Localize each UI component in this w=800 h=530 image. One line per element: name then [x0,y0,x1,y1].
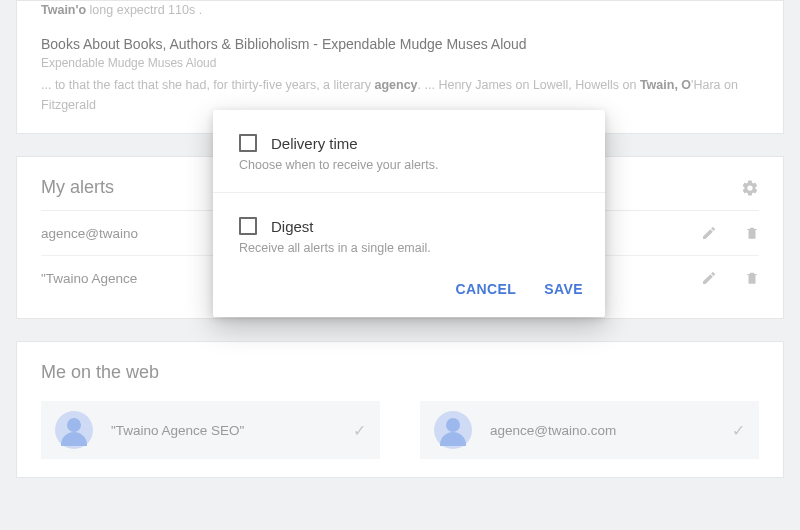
cancel-button[interactable]: CANCEL [456,281,517,297]
avatar-icon [55,411,93,449]
check-icon: ✓ [353,421,366,440]
me-on-web-card: Me on the web "Twaino Agence SEO" ✓ agen… [16,341,784,478]
web-item[interactable]: agence@twaino.com ✓ [420,401,759,459]
pencil-icon[interactable] [701,225,717,241]
delivery-time-desc: Choose when to receive your alerts. [239,158,579,172]
gear-icon[interactable] [741,179,759,197]
web-item-label: agence@twaino.com [490,423,732,438]
trash-icon[interactable] [745,270,759,286]
delivery-time-checkbox[interactable] [239,134,257,152]
save-button[interactable]: SAVE [544,281,583,297]
result-source: Expendable Mudge Muses Aloud [41,56,759,70]
trash-icon[interactable] [745,225,759,241]
digest-desc: Receive all alerts in a single email. [239,241,579,255]
check-icon: ✓ [732,421,745,440]
me-on-web-heading: Me on the web [41,362,759,383]
digest-label: Digest [271,218,314,235]
settings-modal: Delivery time Choose when to receive you… [213,110,605,317]
web-item[interactable]: "Twaino Agence SEO" ✓ [41,401,380,459]
result-snippet: Twain'o long expectrd 110s . [41,1,759,20]
digest-checkbox[interactable] [239,217,257,235]
avatar-icon [434,411,472,449]
pencil-icon[interactable] [701,270,717,286]
web-item-label: "Twaino Agence SEO" [111,423,353,438]
result-title[interactable]: Books About Books, Authors & Biblioholis… [41,36,759,52]
delivery-time-label: Delivery time [271,135,358,152]
